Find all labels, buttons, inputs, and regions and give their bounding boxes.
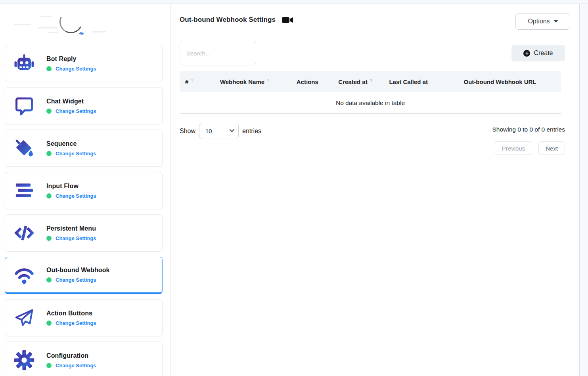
change-settings-link[interactable]: Change Settings — [56, 108, 96, 114]
column-header-webhook-name[interactable]: Webhook Name↑↓ — [206, 78, 282, 85]
status-dot — [46, 321, 52, 326]
show-label: Show — [180, 128, 195, 135]
change-settings-link[interactable]: Change Settings — [56, 320, 96, 326]
sidebar-item-title: Configuration — [46, 352, 96, 359]
gear-icon — [13, 349, 35, 371]
column-header-last-called-at: Last Called at — [378, 78, 439, 85]
sidebar: Bot Reply Change Settings Chat Widget Ch… — [0, 4, 170, 376]
create-button-label: Create — [534, 50, 553, 57]
status-dot — [46, 236, 52, 241]
paper-plane-icon — [13, 307, 35, 329]
sidebar-item-bot-reply[interactable]: Bot Reply Change Settings — [5, 45, 163, 82]
sidebar-item-configuration[interactable]: Configuration Change Settings — [5, 342, 163, 376]
page-title: Out-bound Webhook Settings — [180, 16, 276, 24]
sidebar-item-input-flow[interactable]: Input Flow Change Settings — [5, 172, 163, 209]
sidebar-item-title: Action Buttons — [46, 310, 96, 317]
change-settings-link[interactable]: Change Settings — [56, 363, 96, 368]
previous-page-button[interactable]: Previous — [495, 141, 532, 155]
change-settings-link[interactable]: Change Settings — [56, 193, 96, 199]
sidebar-item-persistent-menu[interactable]: Persistent Menu Change Settings — [5, 214, 163, 252]
column-header-created-at[interactable]: Created at↑↓ — [332, 78, 378, 85]
sort-icon-desc-active: ↑↓ — [369, 77, 372, 82]
table-empty-message: No data available in table — [180, 92, 561, 114]
sidebar-item-title: Chat Widget — [46, 98, 96, 105]
sidebar-item-chat-widget[interactable]: Chat Widget Change Settings — [5, 87, 163, 124]
change-settings-link[interactable]: Change Settings — [56, 151, 96, 157]
change-settings-link[interactable]: Change Settings — [56, 277, 96, 283]
app-logo — [0, 4, 170, 45]
sidebar-item-outbound-webhook[interactable]: Out-bound Webhook Change Settings — [5, 257, 163, 294]
code-icon — [13, 222, 35, 244]
paint-bucket-icon — [13, 137, 35, 159]
plus-circle-icon: + — [523, 50, 530, 57]
chevron-down-icon — [554, 20, 558, 23]
sidebar-item-title: Input Flow — [46, 183, 96, 190]
create-button[interactable]: + Create — [511, 45, 565, 61]
column-header-index[interactable]: #↑↓ — [180, 78, 206, 85]
wifi-icon — [13, 264, 35, 286]
sidebar-item-title: Persistent Menu — [46, 225, 96, 232]
status-dot — [46, 66, 52, 71]
chat-bubble-icon — [13, 95, 35, 117]
page-size-select[interactable]: 10 — [199, 123, 239, 139]
change-settings-link[interactable]: Change Settings — [56, 66, 96, 72]
status-dot — [46, 109, 52, 114]
pagination-summary: Showing 0 to 0 of 0 entries — [492, 126, 565, 133]
sidebar-item-action-buttons[interactable]: Action Buttons Change Settings — [5, 299, 163, 336]
sidebar-item-title: Bot Reply — [46, 55, 96, 63]
status-dot — [46, 363, 52, 368]
sidebar-item-sequence[interactable]: Sequence Change Settings — [5, 130, 163, 167]
sort-icon: ↑↓ — [190, 77, 193, 82]
change-settings-link[interactable]: Change Settings — [56, 235, 96, 241]
next-page-button[interactable]: Next — [538, 141, 565, 155]
top-strip — [0, 0, 588, 4]
column-header-actions: Actions — [283, 78, 332, 85]
main-content: Out-bound Webhook Settings Options + Cre… — [170, 4, 579, 376]
video-camera-icon — [282, 17, 293, 23]
pagination-controls: Previous Next — [495, 141, 565, 155]
search-input[interactable] — [180, 41, 256, 65]
bars-icon — [13, 179, 35, 202]
table-header-row: #↑↓ Webhook Name↑↓ Actions Created at↑↓ … — [180, 71, 561, 92]
right-scroll-gutter — [579, 4, 588, 376]
status-dot — [46, 193, 52, 198]
entries-label: entries — [242, 128, 261, 135]
sort-icon: ↑↓ — [266, 77, 269, 82]
sidebar-item-title: Sequence — [46, 140, 96, 147]
status-dot — [46, 277, 52, 282]
webhooks-table: #↑↓ Webhook Name↑↓ Actions Created at↑↓ … — [180, 71, 561, 114]
robot-icon — [13, 52, 35, 74]
options-button[interactable]: Options — [515, 13, 570, 30]
sidebar-item-title: Out-bound Webhook — [46, 267, 110, 274]
options-button-label: Options — [528, 18, 550, 25]
status-dot — [46, 151, 52, 156]
column-header-outbound-webhook-url: Out-bound Webhook URL — [439, 78, 561, 85]
